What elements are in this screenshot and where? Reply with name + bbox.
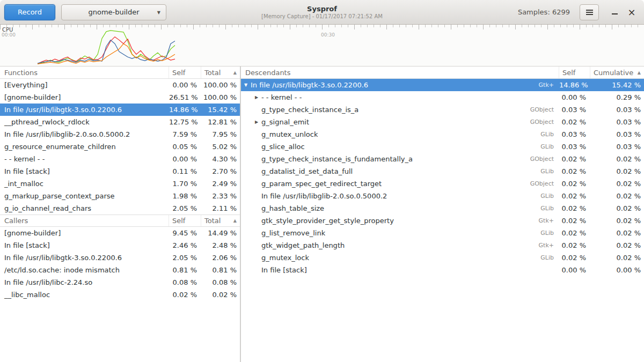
- process-selector-dropdown[interactable]: gnome-builder ▼: [61, 4, 166, 20]
- function-name: g_type_check_instance_is_a: [261, 106, 358, 114]
- function-name: gtk_widget_path_length: [261, 241, 345, 249]
- library-badge: GObject: [526, 119, 559, 125]
- column-header-total[interactable]: Total ▲: [201, 67, 240, 78]
- table-row[interactable]: In file [stack]2.46 %2.48 %: [0, 239, 240, 252]
- table-row[interactable]: g_markup_parse_context_parse1.98 %2.33 %: [0, 190, 240, 202]
- self-percent: 0.02 %: [169, 291, 201, 299]
- table-row[interactable]: In file /usr/lib/libgtk-3.so.0.2200.614.…: [0, 104, 240, 116]
- table-row[interactable]: g_mutex_lockGLib0.02 %0.02 %: [241, 252, 644, 264]
- column-header-total[interactable]: Total ▲: [201, 215, 240, 226]
- table-row[interactable]: g_resource_enumerate_children0.05 %5.02 …: [0, 141, 240, 153]
- table-row[interactable]: ▶g_signal_emitGObject0.02 %0.03 %: [241, 116, 644, 128]
- header-bar: Record gnome-builder ▼ Sysprof [Memory C…: [0, 0, 644, 25]
- table-row[interactable]: ▶- - kernel - -0.00 %0.29 %: [241, 91, 644, 104]
- column-header-callers[interactable]: Callers: [0, 215, 169, 226]
- table-row[interactable]: g_param_spec_get_redirect_targetGObject0…: [241, 178, 644, 190]
- expander-collapsed-icon[interactable]: ▶: [252, 95, 261, 100]
- function-name: gtk_style_provider_get_style_property: [261, 217, 394, 225]
- total-percent: 14.49 %: [201, 229, 240, 237]
- function-name: [Everything]: [0, 81, 169, 89]
- tree-cell: g_param_spec_get_redirect_targetGObject: [241, 180, 559, 188]
- table-row[interactable]: In file /usr/lib/libc-2.24.so0.08 %0.08 …: [0, 276, 240, 289]
- descendants-rows: ▼In file /usr/lib/libgtk-3.so.0.2200.6Gt…: [241, 79, 644, 276]
- table-row[interactable]: g_datalist_id_set_data_fullGLib0.02 %0.0…: [241, 165, 644, 178]
- column-label: Self: [562, 69, 575, 77]
- minimize-button[interactable]: [606, 4, 623, 20]
- close-icon: ×: [627, 8, 635, 17]
- function-name: _int_malloc: [0, 180, 169, 188]
- self-percent: 0.00 %: [559, 266, 590, 274]
- table-row[interactable]: gtk_widget_path_lengthGtk+0.02 %0.02 %: [241, 239, 644, 252]
- time-label-mid: 00:30: [321, 32, 335, 38]
- table-row[interactable]: In file [stack]0.00 %0.00 %: [241, 264, 644, 276]
- table-row[interactable]: __pthread_rwlock_rdlock12.75 %12.81 %: [0, 116, 240, 128]
- tree-cell: g_mutex_lockGLib: [241, 254, 559, 262]
- sort-indicator-icon: ▲: [233, 70, 237, 75]
- self-percent: 14.86 %: [559, 81, 590, 89]
- self-percent: 0.02 %: [559, 217, 590, 225]
- table-row[interactable]: [Everything]0.00 %100.00 %: [0, 79, 240, 91]
- table-row[interactable]: In file [stack]0.11 %2.70 %: [0, 165, 240, 178]
- total-percent: 2.49 %: [201, 180, 240, 188]
- table-row[interactable]: In file /usr/lib/libgtk-3.so.0.2200.62.0…: [0, 252, 240, 264]
- self-percent: 2.05 %: [169, 254, 201, 262]
- minimize-icon: [612, 13, 618, 14]
- record-button[interactable]: Record: [4, 4, 55, 20]
- function-name: In file /usr/lib/libc-2.24.so: [0, 278, 169, 286]
- table-row[interactable]: __libc_malloc0.02 %0.02 %: [0, 289, 240, 301]
- column-header-self[interactable]: Self: [169, 67, 201, 78]
- function-name: - - kernel - -: [0, 155, 169, 163]
- total-percent: 15.42 %: [201, 106, 240, 114]
- table-row[interactable]: g_io_channel_read_chars2.05 %2.11 %: [0, 202, 240, 215]
- self-percent: 0.03 %: [559, 130, 590, 138]
- close-button[interactable]: ×: [624, 4, 640, 20]
- cpu-timeline[interactable]: CPU 00:00 00:30: [0, 25, 644, 67]
- column-header-descendants[interactable]: Descendants: [241, 67, 559, 78]
- cumulative-percent: 0.03 %: [590, 143, 644, 151]
- table-row[interactable]: [gnome-builder]26.51 %100.00 %: [0, 91, 240, 104]
- self-percent: 0.08 %: [169, 278, 201, 286]
- table-row[interactable]: /etc/ld.so.cache: inode mismatch0.81 %0.…: [0, 264, 240, 276]
- table-row[interactable]: g_list_remove_linkGLib0.02 %0.02 %: [241, 227, 644, 239]
- function-name: In file /usr/lib/libgtk-3.so.0.2200.6: [0, 106, 169, 114]
- sort-indicator-icon: ▲: [233, 218, 237, 223]
- function-name: [gnome-builder]: [0, 229, 169, 237]
- menu-button[interactable]: [580, 4, 599, 20]
- self-percent: 0.00 %: [169, 155, 201, 163]
- table-row[interactable]: In file /usr/lib/libglib-2.0.so.0.5000.2…: [241, 190, 644, 202]
- table-row[interactable]: ▼In file /usr/lib/libgtk-3.so.0.2200.6Gt…: [241, 79, 644, 91]
- table-row[interactable]: gtk_style_provider_get_style_propertyGtk…: [241, 215, 644, 227]
- cumulative-percent: 0.00 %: [590, 266, 644, 274]
- table-row[interactable]: g_mutex_unlockGLib0.03 %0.03 %: [241, 128, 644, 141]
- table-row[interactable]: [gnome-builder]9.45 %14.49 %: [0, 227, 240, 239]
- column-header-cumulative[interactable]: Cumulative ▲: [590, 67, 644, 78]
- tree-cell: g_list_remove_linkGLib: [241, 229, 559, 237]
- cumulative-percent: 0.02 %: [590, 217, 644, 225]
- table-row[interactable]: g_type_check_instance_is_aGObject0.03 %0…: [241, 104, 644, 116]
- tree-cell: gtk_style_provider_get_style_propertyGtk…: [241, 217, 559, 225]
- sysprof-window: Record gnome-builder ▼ Sysprof [Memory C…: [0, 0, 644, 362]
- self-percent: 0.81 %: [169, 266, 201, 274]
- total-percent: 12.81 %: [201, 118, 240, 126]
- expander-collapsed-icon[interactable]: ▶: [252, 120, 261, 124]
- column-header-functions[interactable]: Functions: [0, 67, 169, 78]
- cumulative-percent: 0.29 %: [590, 93, 644, 101]
- table-row[interactable]: _int_malloc1.70 %2.49 %: [0, 178, 240, 190]
- self-percent: 0.05 %: [169, 143, 201, 151]
- cumulative-percent: 0.02 %: [590, 229, 644, 237]
- column-header-self[interactable]: Self: [559, 67, 590, 78]
- cumulative-percent: 0.02 %: [590, 241, 644, 249]
- expander-expanded-icon[interactable]: ▼: [241, 83, 251, 87]
- table-row[interactable]: - - kernel - -0.00 %4.30 %: [0, 153, 240, 165]
- header-right-cluster: Samples: 6299 ×: [518, 4, 640, 20]
- table-row[interactable]: g_type_check_instance_is_fundamentally_a…: [241, 153, 644, 165]
- table-row[interactable]: In file /usr/lib/libglib-2.0.so.0.5000.2…: [0, 128, 240, 141]
- self-percent: 14.86 %: [169, 106, 201, 114]
- tree-cell: In file /usr/lib/libglib-2.0.so.0.5000.2…: [241, 192, 559, 200]
- table-row[interactable]: g_hash_table_sizeGLib0.02 %0.02 %: [241, 202, 644, 215]
- tree-cell: g_datalist_id_set_data_fullGLib: [241, 167, 559, 175]
- library-badge: GLib: [536, 254, 559, 261]
- capture-subtitle: [Memory Capture] - 01/17/2017 07:21:52 A…: [261, 13, 383, 20]
- column-header-self[interactable]: Self: [169, 215, 201, 226]
- table-row[interactable]: g_slice_allocGLib0.03 %0.03 %: [241, 141, 644, 153]
